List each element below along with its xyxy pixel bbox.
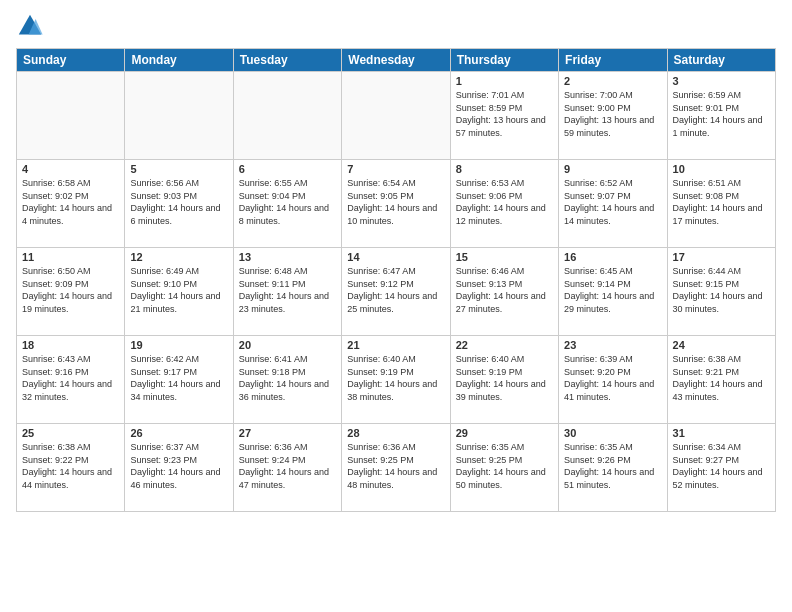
day-header-wednesday: Wednesday	[342, 49, 450, 72]
day-info: Sunrise: 6:39 AMSunset: 9:20 PMDaylight:…	[564, 353, 661, 403]
day-header-row: SundayMondayTuesdayWednesdayThursdayFrid…	[17, 49, 776, 72]
calendar-header: SundayMondayTuesdayWednesdayThursdayFrid…	[17, 49, 776, 72]
week-row-1: 4Sunrise: 6:58 AMSunset: 9:02 PMDaylight…	[17, 160, 776, 248]
day-header-monday: Monday	[125, 49, 233, 72]
calendar-body: 1Sunrise: 7:01 AMSunset: 8:59 PMDaylight…	[17, 72, 776, 512]
calendar-cell: 14Sunrise: 6:47 AMSunset: 9:12 PMDayligh…	[342, 248, 450, 336]
day-number: 15	[456, 251, 553, 263]
day-info: Sunrise: 6:46 AMSunset: 9:13 PMDaylight:…	[456, 265, 553, 315]
day-info: Sunrise: 6:43 AMSunset: 9:16 PMDaylight:…	[22, 353, 119, 403]
day-info: Sunrise: 6:47 AMSunset: 9:12 PMDaylight:…	[347, 265, 444, 315]
day-number: 24	[673, 339, 770, 351]
day-number: 6	[239, 163, 336, 175]
calendar-table: SundayMondayTuesdayWednesdayThursdayFrid…	[16, 48, 776, 512]
day-info: Sunrise: 6:53 AMSunset: 9:06 PMDaylight:…	[456, 177, 553, 227]
calendar-cell: 16Sunrise: 6:45 AMSunset: 9:14 PMDayligh…	[559, 248, 667, 336]
calendar-cell: 9Sunrise: 6:52 AMSunset: 9:07 PMDaylight…	[559, 160, 667, 248]
calendar-cell: 22Sunrise: 6:40 AMSunset: 9:19 PMDayligh…	[450, 336, 558, 424]
day-header-friday: Friday	[559, 49, 667, 72]
day-number: 25	[22, 427, 119, 439]
calendar-cell: 4Sunrise: 6:58 AMSunset: 9:02 PMDaylight…	[17, 160, 125, 248]
day-number: 28	[347, 427, 444, 439]
day-number: 11	[22, 251, 119, 263]
calendar-cell	[17, 72, 125, 160]
day-info: Sunrise: 6:50 AMSunset: 9:09 PMDaylight:…	[22, 265, 119, 315]
day-info: Sunrise: 6:52 AMSunset: 9:07 PMDaylight:…	[564, 177, 661, 227]
day-info: Sunrise: 6:37 AMSunset: 9:23 PMDaylight:…	[130, 441, 227, 491]
logo-icon	[16, 12, 44, 40]
day-info: Sunrise: 6:48 AMSunset: 9:11 PMDaylight:…	[239, 265, 336, 315]
day-info: Sunrise: 6:40 AMSunset: 9:19 PMDaylight:…	[456, 353, 553, 403]
day-number: 7	[347, 163, 444, 175]
day-header-sunday: Sunday	[17, 49, 125, 72]
day-number: 2	[564, 75, 661, 87]
calendar-cell: 10Sunrise: 6:51 AMSunset: 9:08 PMDayligh…	[667, 160, 775, 248]
calendar-cell: 3Sunrise: 6:59 AMSunset: 9:01 PMDaylight…	[667, 72, 775, 160]
calendar-cell: 18Sunrise: 6:43 AMSunset: 9:16 PMDayligh…	[17, 336, 125, 424]
day-number: 22	[456, 339, 553, 351]
day-number: 17	[673, 251, 770, 263]
day-number: 18	[22, 339, 119, 351]
day-info: Sunrise: 6:34 AMSunset: 9:27 PMDaylight:…	[673, 441, 770, 491]
week-row-4: 25Sunrise: 6:38 AMSunset: 9:22 PMDayligh…	[17, 424, 776, 512]
calendar-cell: 15Sunrise: 6:46 AMSunset: 9:13 PMDayligh…	[450, 248, 558, 336]
day-info: Sunrise: 6:55 AMSunset: 9:04 PMDaylight:…	[239, 177, 336, 227]
day-info: Sunrise: 6:44 AMSunset: 9:15 PMDaylight:…	[673, 265, 770, 315]
day-number: 23	[564, 339, 661, 351]
day-info: Sunrise: 7:00 AMSunset: 9:00 PMDaylight:…	[564, 89, 661, 139]
day-info: Sunrise: 6:56 AMSunset: 9:03 PMDaylight:…	[130, 177, 227, 227]
calendar-cell	[233, 72, 341, 160]
day-info: Sunrise: 6:35 AMSunset: 9:25 PMDaylight:…	[456, 441, 553, 491]
day-number: 27	[239, 427, 336, 439]
day-number: 30	[564, 427, 661, 439]
day-number: 8	[456, 163, 553, 175]
day-number: 4	[22, 163, 119, 175]
day-info: Sunrise: 6:35 AMSunset: 9:26 PMDaylight:…	[564, 441, 661, 491]
day-info: Sunrise: 6:40 AMSunset: 9:19 PMDaylight:…	[347, 353, 444, 403]
day-number: 19	[130, 339, 227, 351]
calendar-cell: 12Sunrise: 6:49 AMSunset: 9:10 PMDayligh…	[125, 248, 233, 336]
day-info: Sunrise: 6:38 AMSunset: 9:21 PMDaylight:…	[673, 353, 770, 403]
day-number: 1	[456, 75, 553, 87]
day-number: 26	[130, 427, 227, 439]
day-number: 31	[673, 427, 770, 439]
calendar-cell: 29Sunrise: 6:35 AMSunset: 9:25 PMDayligh…	[450, 424, 558, 512]
day-info: Sunrise: 6:36 AMSunset: 9:24 PMDaylight:…	[239, 441, 336, 491]
calendar-cell: 17Sunrise: 6:44 AMSunset: 9:15 PMDayligh…	[667, 248, 775, 336]
calendar-cell: 19Sunrise: 6:42 AMSunset: 9:17 PMDayligh…	[125, 336, 233, 424]
day-number: 5	[130, 163, 227, 175]
day-info: Sunrise: 6:42 AMSunset: 9:17 PMDaylight:…	[130, 353, 227, 403]
calendar-cell: 27Sunrise: 6:36 AMSunset: 9:24 PMDayligh…	[233, 424, 341, 512]
day-header-tuesday: Tuesday	[233, 49, 341, 72]
day-header-saturday: Saturday	[667, 49, 775, 72]
calendar-cell: 13Sunrise: 6:48 AMSunset: 9:11 PMDayligh…	[233, 248, 341, 336]
calendar-cell: 23Sunrise: 6:39 AMSunset: 9:20 PMDayligh…	[559, 336, 667, 424]
day-number: 3	[673, 75, 770, 87]
day-header-thursday: Thursday	[450, 49, 558, 72]
calendar-cell	[342, 72, 450, 160]
week-row-3: 18Sunrise: 6:43 AMSunset: 9:16 PMDayligh…	[17, 336, 776, 424]
calendar-cell: 8Sunrise: 6:53 AMSunset: 9:06 PMDaylight…	[450, 160, 558, 248]
day-number: 9	[564, 163, 661, 175]
calendar-cell: 28Sunrise: 6:36 AMSunset: 9:25 PMDayligh…	[342, 424, 450, 512]
day-number: 14	[347, 251, 444, 263]
day-info: Sunrise: 6:36 AMSunset: 9:25 PMDaylight:…	[347, 441, 444, 491]
day-number: 16	[564, 251, 661, 263]
day-info: Sunrise: 6:59 AMSunset: 9:01 PMDaylight:…	[673, 89, 770, 139]
calendar-cell: 30Sunrise: 6:35 AMSunset: 9:26 PMDayligh…	[559, 424, 667, 512]
day-info: Sunrise: 6:41 AMSunset: 9:18 PMDaylight:…	[239, 353, 336, 403]
day-info: Sunrise: 7:01 AMSunset: 8:59 PMDaylight:…	[456, 89, 553, 139]
day-info: Sunrise: 6:49 AMSunset: 9:10 PMDaylight:…	[130, 265, 227, 315]
calendar-cell: 2Sunrise: 7:00 AMSunset: 9:00 PMDaylight…	[559, 72, 667, 160]
logo	[16, 12, 46, 40]
calendar-cell: 7Sunrise: 6:54 AMSunset: 9:05 PMDaylight…	[342, 160, 450, 248]
day-info: Sunrise: 6:58 AMSunset: 9:02 PMDaylight:…	[22, 177, 119, 227]
day-number: 10	[673, 163, 770, 175]
calendar-cell: 11Sunrise: 6:50 AMSunset: 9:09 PMDayligh…	[17, 248, 125, 336]
day-number: 13	[239, 251, 336, 263]
week-row-0: 1Sunrise: 7:01 AMSunset: 8:59 PMDaylight…	[17, 72, 776, 160]
day-number: 12	[130, 251, 227, 263]
calendar-cell: 31Sunrise: 6:34 AMSunset: 9:27 PMDayligh…	[667, 424, 775, 512]
day-number: 29	[456, 427, 553, 439]
day-info: Sunrise: 6:38 AMSunset: 9:22 PMDaylight:…	[22, 441, 119, 491]
